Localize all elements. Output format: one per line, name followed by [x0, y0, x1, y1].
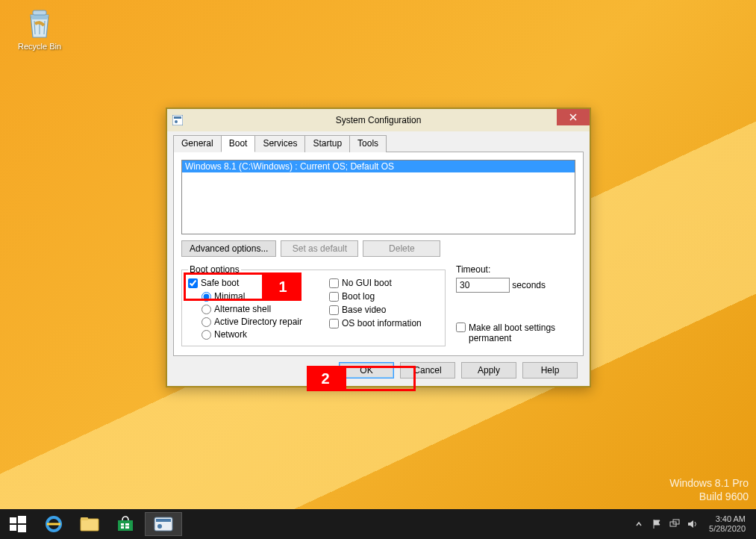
watermark-line2: Build 9600: [669, 490, 749, 503]
base-video-label[interactable]: Base video: [329, 305, 422, 315]
os-boot-info-label[interactable]: OS boot information: [329, 318, 422, 328]
tray-network-icon[interactable]: [669, 518, 681, 530]
boot-log-checkbox[interactable]: [329, 292, 339, 302]
advanced-options-button[interactable]: Advanced options...: [181, 240, 276, 257]
tab-boot[interactable]: Boot: [221, 135, 256, 152]
boot-panel: Windows 8.1 (C:\Windows) : Current OS; D…: [173, 152, 584, 356]
radio-network-label[interactable]: Network: [202, 329, 302, 340]
close-icon: [569, 113, 577, 121]
annotation-callout-2: 2: [307, 366, 344, 391]
radio-ad-repair[interactable]: [202, 317, 211, 327]
recycle-bin-label: Recycle Bin: [13, 42, 66, 51]
ok-button[interactable]: OK: [339, 362, 394, 378]
os-list-item[interactable]: Windows 8.1 (C:\Windows) : Current OS; D…: [182, 161, 575, 172]
base-video-checkbox[interactable]: [329, 305, 339, 315]
tab-services[interactable]: Services: [254, 135, 305, 152]
tab-tools[interactable]: Tools: [349, 135, 387, 152]
taskbar-date: 5/28/2020: [709, 524, 746, 534]
titlebar[interactable]: System Configuration: [167, 109, 590, 131]
taskbar: 3:40 AM 5/28/2020: [0, 509, 756, 539]
radio-minimal[interactable]: [202, 292, 211, 302]
annotation-callout-1: 1: [264, 272, 302, 301]
taskbar-clock[interactable]: 3:40 AM 5/28/2020: [705, 514, 750, 534]
no-gui-boot-checkbox[interactable]: [329, 278, 339, 288]
svg-rect-2: [174, 116, 181, 119]
system-tray: 3:40 AM 5/28/2020: [633, 514, 756, 534]
tab-general[interactable]: General: [173, 135, 222, 152]
system-configuration-window: System Configuration General Boot Servic…: [166, 108, 591, 387]
radio-alternate-shell[interactable]: [202, 305, 211, 314]
app-icon: [172, 114, 184, 126]
boot-options-group: Boot options Safe boot Minimal Alternate…: [181, 264, 446, 346]
timeout-suffix: seconds: [512, 280, 546, 290]
set-as-default-button: Set as default: [281, 240, 358, 257]
tab-startup[interactable]: Startup: [304, 135, 350, 152]
boot-log-label[interactable]: Boot log: [329, 291, 422, 302]
help-button[interactable]: Help: [522, 362, 578, 378]
tray-chevron-icon[interactable]: [633, 518, 645, 530]
cancel-button[interactable]: Cancel: [400, 362, 455, 378]
taskbar-explorer[interactable]: [72, 509, 107, 539]
close-button[interactable]: [557, 109, 590, 125]
make-permanent-label: Make all boot settings permanent: [469, 323, 558, 343]
taskbar-ie[interactable]: [36, 509, 72, 539]
svg-rect-10: [81, 517, 88, 520]
ie-icon: [44, 514, 63, 534]
desktop-watermark: Windows 8.1 Pro Build 9600: [669, 476, 749, 503]
svg-rect-12: [121, 523, 124, 526]
svg-rect-15: [125, 526, 129, 529]
svg-point-3: [175, 120, 178, 123]
taskbar-msconfig[interactable]: [145, 512, 182, 536]
start-button[interactable]: [0, 509, 36, 539]
svg-point-18: [157, 524, 162, 529]
svg-rect-0: [33, 10, 46, 15]
no-gui-boot-label[interactable]: No GUI boot: [329, 278, 422, 288]
timeout-input[interactable]: [456, 278, 510, 293]
boot-options-legend: Boot options: [188, 264, 241, 275]
radio-network[interactable]: [202, 330, 211, 340]
svg-rect-7: [18, 525, 26, 532]
make-permanent-checkbox[interactable]: [456, 323, 466, 332]
timeout-label: Timeout:: [456, 264, 575, 275]
os-boot-info-checkbox[interactable]: [329, 319, 339, 328]
safe-boot-checkbox[interactable]: [188, 278, 198, 288]
tab-strip: General Boot Services Startup Tools: [173, 134, 584, 152]
windows-logo-icon: [10, 516, 26, 532]
svg-rect-13: [125, 523, 129, 526]
taskbar-store[interactable]: [107, 509, 143, 539]
svg-rect-5: [18, 516, 26, 523]
svg-rect-14: [121, 526, 124, 529]
svg-rect-17: [156, 519, 171, 522]
svg-rect-4: [10, 517, 16, 523]
desktop-icon-recycle-bin[interactable]: Recycle Bin: [13, 6, 66, 51]
window-title: System Configuration: [167, 115, 590, 125]
store-icon: [116, 516, 134, 532]
apply-button[interactable]: Apply: [461, 362, 516, 378]
delete-button: Delete: [363, 240, 440, 257]
watermark-line1: Windows 8.1 Pro: [669, 476, 749, 490]
folder-icon: [80, 516, 99, 532]
os-list[interactable]: Windows 8.1 (C:\Windows) : Current OS; D…: [181, 160, 575, 234]
radio-ad-repair-label[interactable]: Active Directory repair: [202, 317, 302, 327]
recycle-bin-icon: [23, 6, 56, 39]
tray-volume-icon[interactable]: [687, 518, 699, 530]
taskbar-time: 3:40 AM: [709, 514, 746, 524]
tray-flag-icon[interactable]: [651, 518, 663, 530]
radio-alternate-shell-label[interactable]: Alternate shell: [202, 304, 302, 314]
svg-rect-9: [81, 519, 99, 531]
msconfig-icon: [154, 517, 173, 532]
svg-rect-6: [10, 525, 16, 531]
